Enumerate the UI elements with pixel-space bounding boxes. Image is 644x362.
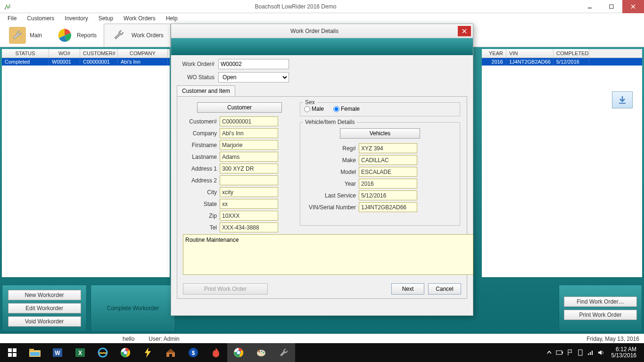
- customer-button[interactable]: Customer: [197, 102, 282, 113]
- tray-volume-icon[interactable]: [597, 349, 605, 356]
- ie-icon[interactable]: [91, 343, 114, 362]
- problem-description[interactable]: Routine Maintenance: [183, 234, 473, 275]
- print-workorder-dialog-button[interactable]: Print Work Order: [183, 283, 268, 295]
- dialog-strip: [171, 38, 473, 55]
- chrome-running-icon[interactable]: [227, 343, 250, 362]
- input-reg[interactable]: [359, 143, 417, 153]
- tab-main[interactable]: Main: [2, 24, 49, 47]
- vehicle-group: Vehicle/Item Details Vehicles Reg# Make …: [300, 122, 460, 226]
- radio-female[interactable]: Female: [333, 106, 360, 112]
- start-button[interactable]: [1, 343, 24, 362]
- word-icon[interactable]: W: [46, 343, 69, 362]
- menu-inventory[interactable]: Inventory: [60, 14, 92, 23]
- app-running-icon[interactable]: [272, 343, 295, 362]
- input-addr1[interactable]: [220, 164, 278, 173]
- complete-workorder-label[interactable]: Complete Workorder: [107, 305, 159, 312]
- download-arrow-icon[interactable]: [612, 91, 633, 108]
- wo-status-select[interactable]: Open: [218, 72, 289, 82]
- lbl-vin: VIN/Serial Number: [304, 204, 356, 211]
- col-wo[interactable]: WO#: [49, 49, 80, 58]
- cell-year: 2016: [482, 58, 506, 66]
- svg-point-22: [124, 351, 127, 354]
- maximize-button[interactable]: [601, 0, 622, 13]
- menu-file[interactable]: File: [3, 14, 21, 23]
- svg-rect-14: [30, 352, 40, 356]
- tray-battery-icon[interactable]: [556, 349, 563, 356]
- grid-right-header: YEAR VIN COMPLETED: [482, 49, 642, 58]
- tab-customer-item[interactable]: Customer and Item: [177, 85, 235, 96]
- status-bar: hello User: Admin Friday, May 13, 2016: [0, 334, 644, 343]
- grid-left-row[interactable]: Completed W00001 C00000001 Abi's Inn: [2, 58, 170, 66]
- radio-male[interactable]: Male: [304, 106, 324, 112]
- input-make[interactable]: [359, 155, 417, 165]
- new-workorder-button[interactable]: New Workorder: [8, 290, 81, 300]
- menu-setup[interactable]: Setup: [94, 14, 118, 23]
- svg-point-30: [261, 351, 263, 352]
- input-first[interactable]: [220, 140, 278, 150]
- col-year[interactable]: YEAR: [482, 49, 506, 58]
- input-vin[interactable]: [359, 202, 417, 212]
- void-workorder-button[interactable]: Void Workorder: [8, 316, 81, 327]
- grid-right-row[interactable]: 2016 1J4NT2GB2AD66 5/12/2016: [482, 58, 642, 66]
- input-company[interactable]: [220, 128, 278, 138]
- dialog-titlebar: Work Order Details: [171, 24, 473, 38]
- tray-up-icon[interactable]: [545, 349, 553, 356]
- minimize-button[interactable]: [579, 0, 601, 13]
- bolt-icon[interactable]: [137, 343, 159, 362]
- close-button[interactable]: [622, 0, 644, 13]
- edit-workorder-button[interactable]: Edit Workorder: [8, 303, 81, 313]
- menu-workorders[interactable]: Work Orders: [119, 14, 160, 23]
- window-title: Boachsoft LowRider 2016 Demo: [12, 3, 579, 10]
- input-last[interactable]: [220, 152, 278, 162]
- menu-customers[interactable]: Customers: [22, 14, 59, 23]
- input-last-service[interactable]: [359, 190, 417, 200]
- workorder-details-dialog: Work Order Details Work Order# WO Status…: [171, 24, 473, 316]
- windows-taskbar: W X $ 6:12 AM 5/13/2016: [0, 343, 644, 362]
- tab-reports[interactable]: Reports: [49, 24, 104, 47]
- tray-device-icon[interactable]: [577, 349, 584, 356]
- find-workorder-button[interactable]: Find Work Order…: [564, 296, 637, 307]
- tab-workorders[interactable]: Work Orders: [104, 24, 171, 47]
- cancel-button[interactable]: Cancel: [428, 283, 461, 295]
- lbl-last-service: Last Service: [304, 192, 356, 199]
- tray-clock[interactable]: 6:12 AM 5/13/2016: [608, 346, 640, 359]
- input-state[interactable]: [220, 199, 278, 209]
- menu-help[interactable]: Help: [161, 14, 182, 23]
- input-zip[interactable]: [220, 211, 278, 221]
- tray-wifi-icon[interactable]: [587, 349, 594, 356]
- tray-flag-icon[interactable]: [566, 349, 574, 356]
- input-year[interactable]: [359, 179, 417, 189]
- wo-number-input[interactable]: [218, 59, 289, 69]
- col-vin[interactable]: VIN: [506, 49, 553, 58]
- col-customer[interactable]: CUSTOMER#: [80, 49, 118, 58]
- paint-icon[interactable]: [250, 343, 272, 362]
- actions-right: Find Work Order… Print Work Order: [559, 285, 642, 332]
- svg-rect-13: [29, 349, 34, 351]
- flame-icon[interactable]: [205, 343, 227, 362]
- sex-group: Sex Male Female: [300, 102, 460, 116]
- explorer-icon[interactable]: [24, 343, 46, 362]
- piechart-icon: [56, 27, 73, 44]
- cell-customer: C00000001: [80, 58, 118, 66]
- next-button[interactable]: Next: [391, 283, 424, 295]
- input-addr2[interactable]: [220, 175, 278, 185]
- input-customernum[interactable]: [220, 116, 278, 126]
- chrome-icon[interactable]: [114, 343, 137, 362]
- dialog-close-button[interactable]: [458, 26, 471, 36]
- col-completed[interactable]: COMPLETED: [553, 49, 589, 58]
- vehicles-button[interactable]: Vehicles: [340, 128, 420, 139]
- lbl-addr1: Address 1: [183, 165, 217, 172]
- input-city[interactable]: [220, 187, 278, 197]
- input-model[interactable]: [359, 167, 417, 177]
- input-tel[interactable]: [220, 222, 278, 232]
- lbl-reg: Reg#: [304, 145, 356, 152]
- lbl-vehicle-group: Vehicle/Item Details: [303, 119, 356, 125]
- excel-icon[interactable]: X: [69, 343, 91, 362]
- print-workorder-button[interactable]: Print Work Order: [564, 310, 637, 320]
- col-company[interactable]: COMPANY: [118, 49, 168, 58]
- dollar-icon[interactable]: $: [182, 343, 205, 362]
- house-icon[interactable]: [159, 343, 182, 362]
- col-status[interactable]: STATUS: [2, 49, 49, 58]
- grid-left-header: STATUS WO# CUSTOMER# COMPANY: [2, 49, 170, 58]
- tray-date: 5/13/2016: [611, 353, 636, 359]
